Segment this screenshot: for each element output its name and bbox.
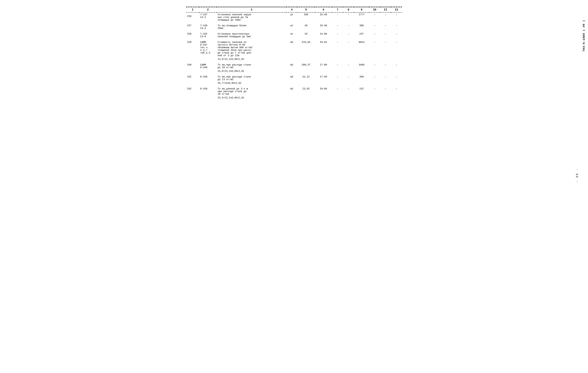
- cell-row2-col2: 7–26II4–8: [199, 32, 217, 39]
- header-col-5: 5: [297, 7, 315, 12]
- cell-row3-col3: Стоимость панелей излегкого бетона М-50о…: [217, 40, 286, 57]
- main-table: I 2 3 4 5 6 7 8 9 IO II I2 I567–247I4–IУ…: [186, 7, 402, 101]
- cell-row5-col8: –: [343, 75, 354, 81]
- cell-row6-col1: I62: [186, 87, 199, 96]
- cell-row2-col9: 237: [354, 32, 369, 39]
- spacing-cell: [186, 39, 402, 40]
- header-col-8: 8: [343, 7, 354, 12]
- header-col-10: IO: [369, 7, 380, 12]
- formula-empty-2: [199, 96, 217, 101]
- cell-row2-col12: –: [391, 32, 402, 39]
- cell-row2-col3: Установка простеночныхпанелей площадью д…: [217, 32, 286, 39]
- cell-row5-col3: То же,при расходе сталидо I3 кг/м2: [217, 75, 286, 81]
- header-col-11: II: [380, 7, 391, 12]
- header-col-4: 4: [286, 7, 297, 12]
- header-col-12: I2: [391, 7, 402, 12]
- cell-row0-col12: –: [391, 12, 402, 22]
- cell-row5-col5: 22,I2: [297, 75, 315, 81]
- cell-row5-col4: м2: [286, 75, 297, 81]
- cell-row5-col2: 8–349: [199, 75, 217, 81]
- cell-row6-col9: 23I: [354, 87, 369, 96]
- header-col-6: 6: [315, 7, 332, 12]
- cell-row4-col5: 200,37: [297, 63, 315, 69]
- cell-row1-col11: –: [380, 24, 391, 30]
- cell-row4-col2: СЦММ8–348: [199, 63, 217, 69]
- formula-row: I6,7+I4x0,09xI,02: [186, 81, 402, 87]
- formula-row: I5,8+I3,Ix0,09xI,02: [186, 69, 402, 75]
- cell-row0-col3: Установка панелей наруж-ных стен длиной …: [217, 12, 286, 22]
- cell-row6-col2: 8–328: [199, 87, 217, 96]
- table-row: I577–249I4–2То же,площадью болееI0м2шт20…: [186, 24, 402, 30]
- cell-row1-col7: –: [332, 24, 343, 30]
- table-row: I6I8–349То же,при расходе сталидо I3 кг/…: [186, 75, 402, 81]
- cell-row0-col11: –: [380, 12, 391, 22]
- cell-row3-col1: I59: [186, 40, 199, 57]
- doc-id-label: 703-5-1085 ( УП ): [582, 20, 586, 52]
- cell-row6-col11: –: [380, 87, 391, 96]
- cell-row3-col12: –: [391, 40, 402, 57]
- cell-row4-col8: –: [343, 63, 354, 69]
- cell-row1-col12: –: [391, 24, 402, 30]
- formula-empty-1: [186, 96, 199, 101]
- cell-row5-col6: I7–99: [315, 75, 332, 81]
- cell-row5-col12: –: [391, 75, 402, 81]
- cell-row4-col7: –: [332, 63, 343, 69]
- table-row: I628–328То же,длиной до 3-х мпри расходе…: [186, 87, 402, 96]
- formula-empty-1: [186, 81, 199, 87]
- cell-row3-col11: –: [380, 40, 391, 57]
- header-col-7: 7: [332, 7, 343, 12]
- cell-row2-col5: I6: [297, 32, 315, 39]
- cell-row2-col10: –: [369, 32, 380, 39]
- formula-empty-2: [199, 81, 217, 87]
- cell-row4-col10: –: [369, 63, 380, 69]
- cell-row0-col9: I777: [354, 12, 369, 22]
- cell-row1-col4: шт: [286, 24, 297, 30]
- formula-row: I4,9+I2,2x0,09xI,02: [186, 57, 402, 63]
- formula-text: I6,7+I4x0,09xI,02: [217, 81, 402, 87]
- formula-text: I5,8+I3,Ix0,09xI,02: [217, 69, 402, 75]
- cell-row3-col2: СЦММ8–347тех.ч.п.2,7таб.2,5: [199, 40, 217, 57]
- cell-row0-col2: 7–247I4–I: [199, 12, 217, 22]
- cell-row3-col5: 376,04: [297, 40, 315, 57]
- formula-text: I4,9+I2,2x0,09xI,02: [217, 57, 402, 63]
- table-header-row: I 2 3 4 5 6 7 8 9 IO II I2: [186, 7, 402, 12]
- cell-row5-col7: –: [332, 75, 343, 81]
- cell-row1-col3: То же,площадью болееI0м2: [217, 24, 286, 30]
- cell-row3-col4: м2: [286, 40, 297, 57]
- header-col-2: 2: [199, 7, 217, 12]
- formula-empty-1: [186, 57, 199, 63]
- cell-row2-col6: I4–80: [315, 32, 332, 39]
- cell-row3-col10: –: [369, 40, 380, 57]
- formula-empty-2: [199, 57, 217, 63]
- formula-text: I5,4+I3,Ix0,09xI,02: [217, 96, 402, 101]
- cell-row5-col9: 398: [354, 75, 369, 81]
- table-row: I60СЦММ8–348То же,при расходе сталидо I0…: [186, 63, 402, 69]
- cell-row1-col5: 20: [297, 24, 315, 30]
- cell-row3-col8: –: [343, 40, 354, 57]
- table-row: I587–26II4–8Установка простеночныхпанеле…: [186, 32, 402, 39]
- cell-row2-col7: –: [332, 32, 343, 39]
- cell-row2-col8: –: [343, 32, 354, 39]
- cell-row0-col4: шт: [286, 12, 297, 22]
- cell-row0-col5: I09: [297, 12, 315, 22]
- cell-row4-col12: –: [391, 63, 402, 69]
- cell-row6-col7: –: [332, 87, 343, 96]
- page-container: I 2 3 4 5 6 7 8 9 IO II I2 I567–247I4–IУ…: [186, 7, 402, 101]
- cell-row6-col5: I3,92: [297, 87, 315, 96]
- cell-row6-col3: То же,длиной до 3-х мпри расходе стали д…: [217, 87, 286, 96]
- cell-row2-col11: –: [380, 32, 391, 39]
- cell-row3-col7: –: [332, 40, 343, 57]
- cell-row1-col1: I57: [186, 24, 199, 30]
- formula-empty-2: [199, 69, 217, 75]
- spacing-cell: [186, 30, 402, 32]
- cell-row0-col7: –: [332, 12, 343, 22]
- cell-row4-col11: –: [380, 63, 391, 69]
- spacing-cell: [186, 22, 402, 24]
- header-col-3: 3: [217, 7, 286, 12]
- cell-row2-col1: I58: [186, 32, 199, 39]
- formula-row: I5,4+I3,Ix0,09xI,02: [186, 96, 402, 101]
- table-row: I59СЦММ8–347тех.ч.п.2,7таб.2,5Стоимость …: [186, 40, 402, 57]
- header-col-9: 9: [354, 7, 369, 12]
- cell-row6-col8: –: [343, 87, 354, 96]
- cell-row1-col9: 388: [354, 24, 369, 30]
